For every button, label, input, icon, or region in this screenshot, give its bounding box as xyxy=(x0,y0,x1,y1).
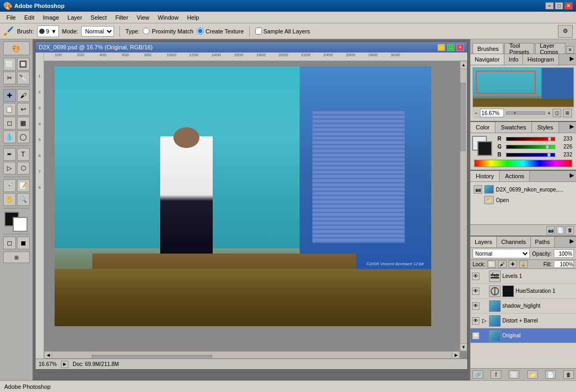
proximity-radio[interactable] xyxy=(143,28,150,34)
scroll-up-btn[interactable]: ▲ xyxy=(460,62,467,69)
nav-panel-menu[interactable]: ▶ xyxy=(568,54,576,65)
doc-minimize-btn[interactable]: − xyxy=(438,44,445,51)
tab-channels[interactable]: Channels xyxy=(497,237,530,247)
menu-layer[interactable]: Layer xyxy=(63,13,86,22)
history-brush-tool[interactable]: ↩ xyxy=(17,103,30,116)
g-slider[interactable] xyxy=(506,145,555,149)
r-slider[interactable] xyxy=(506,137,555,141)
close-button[interactable]: ✕ xyxy=(564,2,573,10)
lock-paint-btn[interactable]: 🖌 xyxy=(498,260,507,268)
pen-tool[interactable]: ✒ xyxy=(3,148,16,161)
lock-move-btn[interactable]: ✚ xyxy=(509,260,517,268)
stamp-tool[interactable]: 📋 xyxy=(3,103,16,116)
tab-brushes[interactable]: Brushes xyxy=(473,43,503,54)
sample-checkbox[interactable] xyxy=(255,28,262,34)
status-arrow-btn[interactable]: ▶ xyxy=(61,361,68,368)
tab-layers[interactable]: Layers xyxy=(470,237,497,247)
fill-input[interactable] xyxy=(554,260,574,268)
menu-image[interactable]: Image xyxy=(39,13,64,22)
zoom-input[interactable] xyxy=(480,109,504,117)
color-spectrum-bar[interactable] xyxy=(474,160,572,167)
lock-transparent-btn[interactable]: ⬜ xyxy=(487,260,496,268)
menu-filter[interactable]: Filter xyxy=(111,13,132,22)
menu-edit[interactable]: Edit xyxy=(20,13,39,22)
layer-item-hue-sat[interactable]: 👁 Hue/Saturation 1 xyxy=(470,284,576,299)
layer-visibility-distort[interactable]: 👁 xyxy=(472,317,479,325)
brush-tool[interactable]: 🖌 xyxy=(17,89,30,102)
history-new-snap-btn[interactable]: 📷 xyxy=(546,226,555,234)
tab-tool-presets[interactable]: Tool Presets xyxy=(504,43,534,54)
layer-fx-btn[interactable]: f xyxy=(491,370,501,379)
background-color[interactable] xyxy=(13,217,28,232)
menu-view[interactable]: View xyxy=(133,13,154,22)
mode-select[interactable]: Normal xyxy=(81,26,114,37)
text-tool[interactable]: T xyxy=(17,148,30,161)
layer-new-btn[interactable]: 📄 xyxy=(545,370,556,379)
menu-file[interactable]: File xyxy=(2,13,20,22)
gradient-tool[interactable]: ▦ xyxy=(17,117,30,129)
quickmask-mode[interactable]: ◼ xyxy=(17,237,30,249)
doc-maximize-btn[interactable]: □ xyxy=(447,44,455,51)
layer-link-btn[interactable]: 🔗 xyxy=(473,370,483,379)
shape-tool[interactable]: ⬡ xyxy=(17,162,30,175)
standard-mode[interactable]: ◻ xyxy=(3,237,16,249)
texture-radio[interactable] xyxy=(197,28,204,34)
tab-color[interactable]: Color xyxy=(470,122,495,133)
zoom-in-icon[interactable]: + xyxy=(547,110,551,116)
history-new-doc-btn[interactable]: 📄 xyxy=(556,226,564,234)
menu-window[interactable]: Window xyxy=(154,13,183,22)
opacity-input[interactable] xyxy=(554,249,574,258)
layer-item-shadow[interactable]: 👁 shadow_higlight xyxy=(470,299,576,313)
tab-paths[interactable]: Paths xyxy=(531,237,555,247)
tab-styles[interactable]: Styles xyxy=(532,122,559,133)
vertical-scrollbar[interactable]: ▲ ▼ xyxy=(460,61,467,351)
tab-histogram[interactable]: Histogram xyxy=(523,54,558,65)
menu-help[interactable]: Help xyxy=(183,13,204,22)
layer-visibility-original[interactable]: 👁 xyxy=(472,332,479,339)
nav-btn-2[interactable]: ⊞ xyxy=(563,109,572,117)
heal-tool active[interactable]: ✚ xyxy=(3,89,16,102)
lasso-tool[interactable]: 🔲 xyxy=(17,58,30,71)
color-panel-menu[interactable]: ▶ xyxy=(568,122,576,133)
tab-navigator[interactable]: Navigator xyxy=(470,54,504,65)
tab-layer-comps[interactable]: Layer Comps xyxy=(535,43,565,54)
nav-btn-1[interactable]: ◫ xyxy=(553,109,561,117)
brush-dropdown-arrow[interactable]: ▼ xyxy=(51,28,57,34)
screen-mode-btn[interactable]: ⊞ xyxy=(3,251,30,263)
layer-item-distort[interactable]: 👁 ▷ Distort + Barrel xyxy=(470,313,576,328)
slice-tool[interactable]: 🔪 xyxy=(17,72,30,84)
dodge-tool[interactable]: ◯ xyxy=(17,130,30,143)
scroll-thumb-v[interactable] xyxy=(460,83,466,151)
layer-trash-btn[interactable]: 🗑 xyxy=(563,370,574,379)
tab-actions[interactable]: Actions xyxy=(500,171,530,181)
zoom-tool[interactable]: 🔍 xyxy=(17,193,30,206)
color-boxes[interactable] xyxy=(4,212,29,231)
layers-panel-menu[interactable]: ▶ xyxy=(568,237,576,247)
options-menu-btn[interactable]: ⚙ xyxy=(558,25,573,38)
zoom-out-icon[interactable]: − xyxy=(475,110,478,116)
eyedropper-tool[interactable]: 💉 xyxy=(3,179,16,192)
history-panel-menu[interactable]: ▶ xyxy=(568,171,576,181)
notes-tool[interactable]: 📝 xyxy=(17,179,30,192)
tab-history[interactable]: History xyxy=(470,171,500,181)
blend-mode-select[interactable]: Normal xyxy=(473,249,530,258)
horizontal-scrollbar[interactable]: ◀ ▶ xyxy=(44,351,460,359)
zoom-slider[interactable] xyxy=(506,111,545,115)
layer-expand-distort[interactable]: ▷ xyxy=(481,318,487,324)
eraser-tool[interactable]: ◻ xyxy=(3,117,16,129)
layer-item-levels[interactable]: 👁 Levels 1 xyxy=(470,269,576,284)
tab-swatches[interactable]: Swatches xyxy=(495,122,532,133)
brush-size-control[interactable]: 9 ▼ xyxy=(37,25,59,37)
layer-visibility-shadow[interactable]: 👁 xyxy=(472,302,479,310)
background-swatch[interactable] xyxy=(477,141,492,156)
scroll-right-btn[interactable]: ▶ xyxy=(452,352,459,358)
layer-item-original[interactable]: 👁 Original xyxy=(470,328,576,343)
menu-select[interactable]: Select xyxy=(86,13,111,22)
marquee-tool[interactable]: ⬜ xyxy=(3,58,16,71)
scroll-down-btn[interactable]: ▼ xyxy=(460,343,467,351)
history-trash-btn[interactable]: 🗑 xyxy=(565,226,574,234)
doc-close-btn[interactable]: ✕ xyxy=(457,44,464,51)
minimize-button[interactable]: − xyxy=(545,2,554,10)
path-tool[interactable]: ▷ xyxy=(3,162,16,175)
lock-all-btn[interactable]: 🔒 xyxy=(519,260,528,268)
